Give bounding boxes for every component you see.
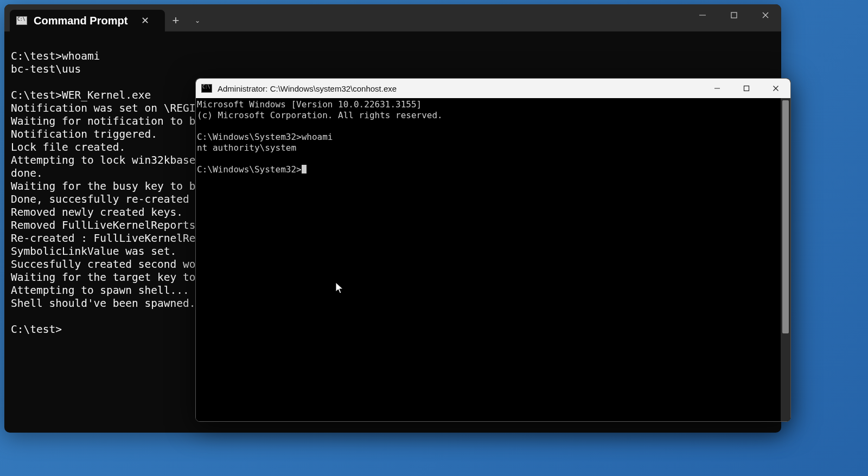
scrollbar-thumb[interactable] xyxy=(782,100,789,333)
minimize-button[interactable] xyxy=(687,4,718,26)
maximize-button[interactable] xyxy=(732,79,761,98)
tab-close-icon[interactable]: ✕ xyxy=(134,10,156,31)
tab-command-prompt[interactable]: Command Prompt ✕ xyxy=(10,10,165,31)
close-button[interactable] xyxy=(750,4,781,26)
minimize-button[interactable] xyxy=(703,79,732,98)
close-button[interactable] xyxy=(761,79,790,98)
new-tab-button[interactable]: + xyxy=(165,10,187,31)
tab-dropdown-icon[interactable]: ⌄ xyxy=(187,10,208,31)
tab-title: Command Prompt xyxy=(34,15,127,27)
maximize-button[interactable] xyxy=(718,4,750,26)
svg-rect-5 xyxy=(744,86,749,91)
cmd-icon xyxy=(16,16,27,25)
titlebar[interactable]: Command Prompt ✕ + ⌄ xyxy=(4,4,781,31)
conhost-body-wrap: Microsoft Windows [Version 10.0.22631.31… xyxy=(196,98,790,421)
scrollbar[interactable] xyxy=(781,98,790,421)
conhost-title-left: Administrator: C:\Windows\system32\conho… xyxy=(196,84,397,93)
tab-row: Command Prompt ✕ + ⌄ xyxy=(4,4,208,31)
conhost-window: Administrator: C:\Windows\system32\conho… xyxy=(195,78,791,422)
cmd-icon xyxy=(201,84,212,93)
window-controls xyxy=(687,4,781,31)
svg-rect-1 xyxy=(731,12,737,18)
conhost-output[interactable]: Microsoft Windows [Version 10.0.22631.31… xyxy=(196,98,781,421)
conhost-titlebar[interactable]: Administrator: C:\Windows\system32\conho… xyxy=(196,79,790,98)
conhost-title: Administrator: C:\Windows\system32\conho… xyxy=(218,84,397,93)
conhost-window-controls xyxy=(703,79,790,98)
